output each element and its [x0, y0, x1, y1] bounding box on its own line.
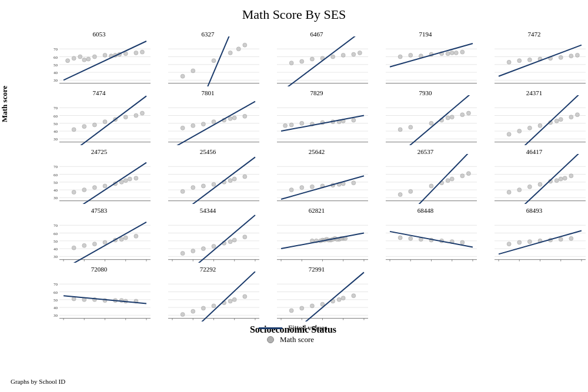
svg-point-115 [243, 114, 247, 118]
svg-point-245 [554, 179, 559, 183]
svg-text:2: 2 [254, 262, 256, 263]
svg-point-142 [409, 125, 413, 129]
facet-cell: 6467 [262, 29, 371, 88]
svg-text:-1: -1 [300, 321, 303, 321]
svg-text:-1: -1 [82, 321, 86, 321]
svg-point-430 [191, 309, 195, 313]
svg-point-47 [331, 55, 335, 59]
facet-cell: 24371 [480, 88, 588, 147]
svg-text:-2: -2 [279, 321, 283, 321]
y-axis-label: Math score [0, 86, 9, 122]
svg-point-35 [236, 47, 240, 51]
svg-text:60: 60 [54, 173, 58, 177]
svg-text:60: 60 [54, 55, 58, 60]
svg-point-44 [289, 61, 293, 65]
svg-line-247 [499, 154, 582, 204]
svg-text:-2: -2 [497, 262, 500, 263]
svg-point-31 [181, 74, 185, 78]
svg-line-68 [390, 43, 473, 67]
svg-text:2: 2 [472, 262, 474, 263]
svg-text:-2: -2 [62, 262, 65, 263]
svg-text:1: 1 [233, 262, 236, 263]
svg-text:70: 70 [54, 47, 58, 52]
svg-point-98 [103, 120, 107, 124]
svg-point-351 [398, 236, 402, 240]
svg-text:60: 60 [54, 290, 58, 295]
svg-line-201 [172, 157, 255, 204]
svg-point-458 [341, 296, 345, 300]
svg-point-163 [527, 126, 532, 130]
svg-point-51 [310, 57, 314, 61]
svg-point-60 [409, 53, 413, 57]
legend-line-icon [259, 327, 282, 329]
svg-point-213 [352, 181, 356, 185]
svg-line-302 [172, 215, 255, 263]
svg-text:60: 60 [54, 232, 58, 236]
svg-point-158 [538, 123, 542, 128]
svg-point-97 [92, 123, 96, 127]
svg-point-66 [446, 52, 450, 56]
svg-point-436 [228, 299, 232, 303]
svg-point-224 [409, 189, 413, 193]
chart-grid: 6053706050403063276467719474727474706050… [21, 29, 588, 335]
svg-point-133 [283, 123, 288, 128]
svg-point-294 [181, 252, 185, 256]
facet-cell: 25456 [153, 147, 262, 206]
svg-point-243 [569, 174, 573, 178]
svg-point-182 [134, 176, 138, 180]
svg-line-165 [499, 95, 582, 145]
facet-cell: 54344-2-1012 [153, 206, 262, 264]
svg-point-225 [429, 184, 433, 188]
svg-text:-2: -2 [388, 262, 392, 263]
main-container: Math Score By SES [0, 0, 588, 26]
svg-point-45 [300, 59, 304, 63]
cell-chart: -2-1012 [480, 213, 588, 263]
cell-chart: 7060504030 [45, 36, 153, 86]
svg-point-246 [563, 176, 567, 180]
svg-point-273 [123, 236, 128, 240]
svg-text:-1: -1 [82, 262, 86, 263]
svg-point-178 [82, 188, 86, 192]
svg-text:0: 0 [104, 262, 106, 263]
svg-text:50: 50 [54, 239, 58, 244]
cell-chart: 7060504030-2-1012 [45, 272, 153, 321]
svg-text:1: 1 [342, 262, 345, 263]
svg-point-32 [191, 69, 195, 73]
svg-point-96 [82, 125, 86, 129]
svg-point-300 [201, 247, 205, 251]
svg-point-21 [140, 50, 144, 54]
svg-point-49 [352, 52, 356, 56]
legend: Fitted values Math score [259, 323, 328, 347]
svg-point-227 [450, 177, 454, 181]
facet-cell: 247257060504030 [45, 147, 153, 206]
svg-point-12 [72, 56, 76, 61]
svg-point-198 [243, 175, 247, 179]
svg-text:40: 40 [54, 306, 58, 310]
svg-text:-1: -1 [517, 262, 521, 263]
svg-text:50: 50 [54, 122, 58, 126]
cell-chart [262, 36, 371, 86]
svg-line-83 [499, 45, 582, 76]
svg-point-100 [123, 115, 128, 119]
svg-point-454 [289, 309, 293, 313]
svg-point-381 [527, 240, 532, 244]
svg-point-301 [228, 240, 232, 244]
svg-text:50: 50 [54, 298, 58, 303]
svg-point-116 [201, 122, 205, 126]
cell-chart: 7060504030 [45, 95, 153, 145]
facet-cell: 7472 [480, 29, 588, 88]
svg-point-276 [119, 237, 123, 242]
svg-point-64 [460, 50, 465, 54]
svg-line-462 [281, 272, 364, 321]
cell-chart [480, 95, 588, 145]
page-title: Math Score By SES [242, 0, 346, 26]
svg-text:2: 2 [363, 262, 365, 263]
svg-text:1: 1 [560, 262, 562, 263]
svg-point-143 [429, 121, 433, 125]
svg-point-14 [86, 57, 91, 61]
svg-point-67 [454, 51, 458, 55]
facet-cell: 74747060504030 [45, 88, 153, 147]
svg-point-242 [559, 177, 563, 181]
svg-point-160 [559, 118, 563, 122]
svg-point-433 [232, 297, 236, 301]
